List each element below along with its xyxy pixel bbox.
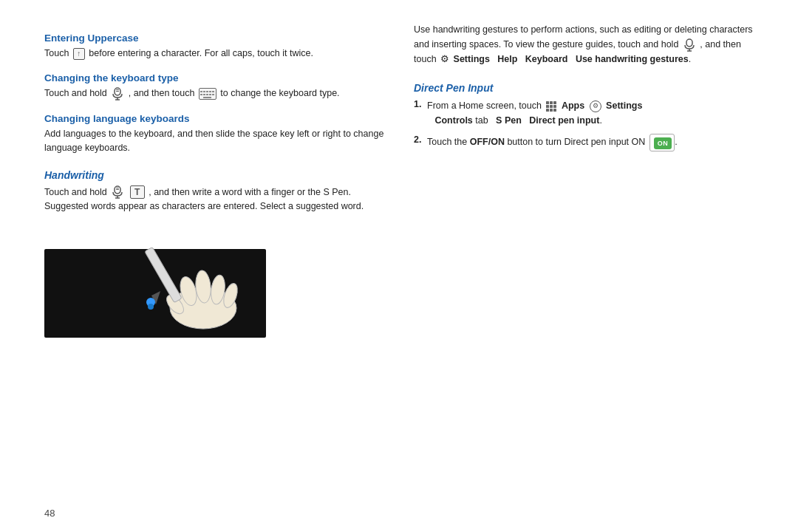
svg-rect-41 [550, 109, 553, 112]
step-2: 2. Touch the OFF/ON button to turn Direc… [414, 134, 754, 151]
settings-circle-icon: ⚙ [590, 100, 601, 112]
mic-icon-3 [683, 38, 696, 52]
step-1-number: 1. [414, 99, 427, 109]
changing-language-body: Add languages to the keyboard, and then … [44, 127, 384, 156]
svg-rect-15 [203, 97, 211, 98]
svg-rect-20 [116, 189, 119, 190]
direct-pen-input-heading: Direct Pen Input [414, 82, 754, 94]
handwriting-illustration [44, 227, 281, 338]
section-handwriting: Handwriting Touch and hold T , and then … [44, 157, 384, 338]
up-arrow-icon: ↑ [73, 48, 85, 60]
on-text: ON [632, 137, 646, 147]
svg-rect-34 [546, 101, 549, 104]
svg-rect-13 [209, 94, 211, 95]
use-handwriting-label: Use handwriting gestures [576, 54, 689, 64]
pen-hand-svg [115, 231, 277, 334]
settings-label: Settings [454, 54, 490, 64]
t-icon: T [130, 185, 145, 199]
mic-icon-2 [111, 185, 124, 199]
svg-rect-5 [200, 91, 202, 92]
changing-keyboard-heading: Changing the keyboard type [44, 72, 384, 83]
svg-rect-10 [200, 94, 202, 95]
step-2-number: 2. [414, 134, 427, 145]
step-1: 1. From a Home screen, touch [414, 98, 754, 128]
svg-rect-38 [550, 105, 553, 108]
entering-uppercase-heading: Entering Uppercase [44, 33, 384, 44]
section-direct-pen-input: Direct Pen Input 1. From a Home screen, … [414, 70, 754, 157]
step-2-content: Touch the OFF/ON button to turn Direct p… [427, 134, 754, 151]
left-column: Entering Uppercase Touch ↑ before enteri… [44, 22, 384, 510]
settings-icon-inline: ⚙ [440, 52, 449, 67]
svg-rect-42 [553, 109, 556, 112]
changing-language-heading: Changing language keyboards [44, 113, 384, 124]
section-changing-language: Changing language keyboards Add language… [44, 103, 384, 157]
svg-rect-12 [206, 94, 208, 95]
svg-rect-40 [546, 109, 549, 112]
svg-rect-8 [209, 91, 211, 92]
entering-uppercase-body: Touch ↑ before entering a character. For… [44, 47, 384, 61]
svg-rect-9 [212, 91, 214, 92]
section-entering-uppercase: Entering Uppercase Touch ↑ before enteri… [44, 22, 384, 62]
svg-rect-19 [116, 188, 119, 188]
s-pen-label: S Pen [496, 115, 522, 126]
keyboard-icon [199, 88, 216, 100]
svg-rect-35 [550, 101, 553, 104]
apps-icon [545, 100, 557, 112]
svg-rect-27 [145, 248, 182, 303]
on-badge-wrapper: ON [649, 134, 675, 151]
step-1-content: From a Home screen, touch [427, 98, 754, 128]
help-label: Help [497, 54, 517, 64]
svg-rect-37 [546, 105, 549, 108]
mic-icon [111, 87, 124, 100]
on-badge: ON [654, 137, 672, 149]
svg-rect-39 [553, 105, 556, 108]
svg-rect-11 [203, 94, 205, 95]
handwriting-heading: Handwriting [44, 169, 384, 181]
apps-label: Apps [562, 100, 584, 111]
page-number: 48 [44, 508, 55, 519]
off-on-label: OFF/ON [470, 137, 505, 147]
svg-rect-14 [212, 94, 214, 95]
section-changing-keyboard: Changing the keyboard type Touch and hol… [44, 62, 384, 102]
controls-tab-label: Controls [434, 115, 472, 126]
svg-rect-36 [553, 101, 556, 104]
page-container: Entering Uppercase Touch ↑ before enteri… [0, 0, 798, 532]
keyboard-label: Keyboard [525, 54, 568, 64]
svg-rect-31 [686, 39, 692, 47]
handwriting-body: Touch and hold T , and then write a word… [44, 185, 384, 214]
svg-rect-3 [116, 89, 119, 90]
right-column: Use handwriting gestures to perform acti… [414, 22, 754, 510]
svg-rect-6 [203, 91, 205, 92]
changing-keyboard-body: Touch and hold , and then touch [44, 86, 384, 100]
direct-pen-input-label: Direct pen input [529, 115, 599, 126]
settings-label-2: Settings [606, 100, 642, 111]
svg-point-30 [148, 304, 154, 310]
right-intro-text: Use handwriting gestures to perform acti… [414, 22, 754, 67]
svg-rect-4 [116, 91, 119, 92]
svg-rect-7 [206, 91, 208, 92]
